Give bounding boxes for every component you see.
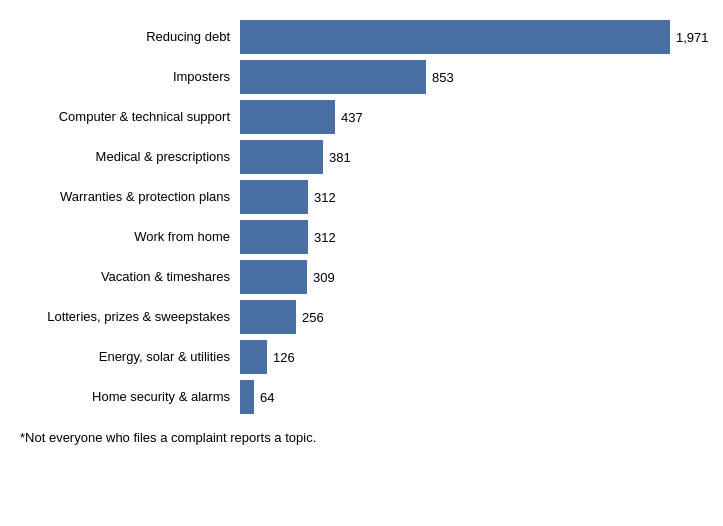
bar-label: Energy, solar & utilities: [20, 349, 240, 366]
bar-value: 437: [341, 110, 363, 125]
bar-label: Reducing debt: [20, 29, 240, 46]
chart-row: Computer & technical support437: [20, 100, 703, 134]
chart-row: Lotteries, prizes & sweepstakes256: [20, 300, 703, 334]
chart-row: Energy, solar & utilities126: [20, 340, 703, 374]
bar-label: Lotteries, prizes & sweepstakes: [20, 309, 240, 326]
chart-row: Imposters853: [20, 60, 703, 94]
bar: [240, 300, 296, 334]
bar-label: Vacation & timeshares: [20, 269, 240, 286]
bar: [240, 140, 323, 174]
bar-area: 853: [240, 60, 703, 94]
bar-area: 312: [240, 220, 703, 254]
bar: [240, 380, 254, 414]
bar: [240, 20, 670, 54]
bar-area: 1,971: [240, 20, 709, 54]
bar-value: 1,971: [676, 30, 709, 45]
chart-row: Medical & prescriptions381: [20, 140, 703, 174]
bar-value: 312: [314, 190, 336, 205]
bar-label: Computer & technical support: [20, 109, 240, 126]
chart-row: Work from home312: [20, 220, 703, 254]
bar-area: 256: [240, 300, 703, 334]
bar-value: 64: [260, 390, 274, 405]
bar-value: 853: [432, 70, 454, 85]
bar-area: 126: [240, 340, 703, 374]
footnote: *Not everyone who files a complaint repo…: [20, 430, 703, 445]
bar-label: Imposters: [20, 69, 240, 86]
chart-row: Vacation & timeshares309: [20, 260, 703, 294]
bar: [240, 220, 308, 254]
bar-label: Medical & prescriptions: [20, 149, 240, 166]
bar-area: 381: [240, 140, 703, 174]
bar-area: 312: [240, 180, 703, 214]
bar: [240, 60, 426, 94]
chart-row: Reducing debt1,971: [20, 20, 703, 54]
bar-label: Work from home: [20, 229, 240, 246]
bar-chart: Reducing debt1,971Imposters853Computer &…: [20, 20, 703, 445]
bar-value: 312: [314, 230, 336, 245]
bar-value: 309: [313, 270, 335, 285]
bar: [240, 180, 308, 214]
bar-area: 437: [240, 100, 703, 134]
bar: [240, 340, 267, 374]
bar-value: 126: [273, 350, 295, 365]
bar-label: Warranties & protection plans: [20, 189, 240, 206]
bar-value: 381: [329, 150, 351, 165]
bar: [240, 100, 335, 134]
bar-area: 309: [240, 260, 703, 294]
chart-row: Home security & alarms64: [20, 380, 703, 414]
chart-row: Warranties & protection plans312: [20, 180, 703, 214]
bar-value: 256: [302, 310, 324, 325]
bar-label: Home security & alarms: [20, 389, 240, 406]
bar: [240, 260, 307, 294]
bar-area: 64: [240, 380, 703, 414]
